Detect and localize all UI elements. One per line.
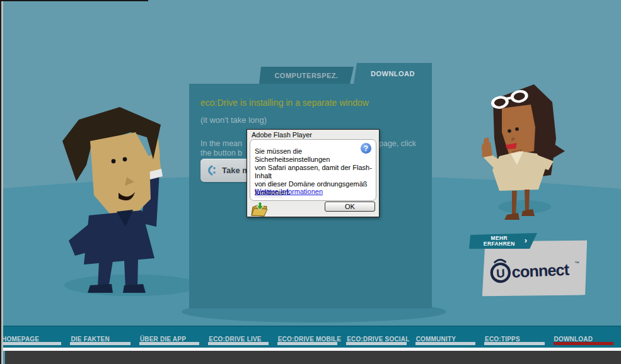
flash-player-dialog: Adobe Flash Player ? Sie müssen die Sich… bbox=[247, 129, 380, 217]
svg-text:U: U bbox=[496, 266, 505, 280]
window-frame-top bbox=[0, 0, 148, 1]
svg-text:™: ™ bbox=[574, 260, 579, 266]
paragraph-fragment: In the mean bbox=[200, 139, 242, 148]
paragraph-fragment: the button b bbox=[200, 149, 242, 157]
nav-item-download[interactable]: DOWNLOAD bbox=[552, 327, 621, 348]
dialog-title: Adobe Flash Player bbox=[252, 131, 312, 139]
mehr-erfahren-button[interactable]: MEHR ERFAHREN › bbox=[469, 233, 537, 249]
svg-text:connect: connect bbox=[511, 261, 570, 281]
nav-underline bbox=[415, 342, 475, 345]
install-status-heading: eco:Drive is installing in a separate wi… bbox=[200, 98, 369, 108]
nav-item-ecodrive-mobile[interactable]: ECO:DRIVE MOBILE bbox=[276, 327, 345, 348]
cartoon-woman-illustration bbox=[474, 81, 569, 238]
nav-item-die-fakten[interactable]: DIE FAKTEN bbox=[69, 327, 137, 348]
window-frame-left-inner bbox=[1, 0, 3, 364]
nav-item-homepage[interactable]: HOMEPAGE bbox=[0, 327, 69, 348]
nav-item-ueber-die-app[interactable]: ÜBER DIE APP bbox=[138, 327, 207, 348]
bottom-dark-bar bbox=[5, 351, 621, 364]
nav-underline bbox=[139, 342, 199, 345]
uconnect-logo: U connect ™ bbox=[487, 251, 583, 285]
help-icon[interactable]: ? bbox=[361, 143, 371, 154]
nav-item-ecotipps[interactable]: ECO:TIPPS bbox=[483, 327, 552, 348]
download-folder-icon bbox=[250, 201, 269, 217]
nav-underline bbox=[346, 342, 406, 345]
nav-underline bbox=[208, 342, 268, 345]
weitere-informationen-link[interactable]: Weitere Informationen bbox=[255, 188, 323, 195]
ecodrive-page: U connect ™ MEHR ERFAHREN › COMPUTERSPEZ… bbox=[0, 0, 621, 364]
nav-item-ecodrive-social[interactable]: ECO:DRIVE SOCIAL bbox=[345, 327, 414, 348]
paragraph-fragment: page, click bbox=[379, 139, 416, 148]
nav-underline bbox=[484, 342, 544, 345]
tab-computerspez[interactable]: COMPUTERSPEZ. bbox=[259, 67, 354, 84]
mehr-erfahren-label: MEHR ERFAHREN bbox=[469, 236, 525, 247]
nav-underline bbox=[277, 342, 337, 345]
bottom-navbar: HOMEPAGE DIE FAKTEN ÜBER DIE APP ECO:DRI… bbox=[0, 326, 621, 348]
nav-underline-active bbox=[554, 342, 613, 345]
tab-download[interactable]: DOWNLOAD bbox=[354, 63, 432, 84]
nav-underline bbox=[70, 342, 130, 345]
nav-item-ecodrive-live[interactable]: ECO:DRIVE LIVE bbox=[207, 327, 276, 348]
smiley-icon bbox=[206, 164, 218, 176]
nav-item-community[interactable]: COMMUNITY bbox=[414, 327, 483, 348]
nav-underline bbox=[1, 342, 61, 345]
dialog-message-box: ? Sie müssen die Sicherheitseinstellunge… bbox=[250, 139, 376, 201]
install-status-subheading: (it won't take long) bbox=[200, 115, 267, 125]
cartoon-man-illustration bbox=[54, 100, 205, 295]
ok-button[interactable]: OK bbox=[325, 202, 375, 212]
